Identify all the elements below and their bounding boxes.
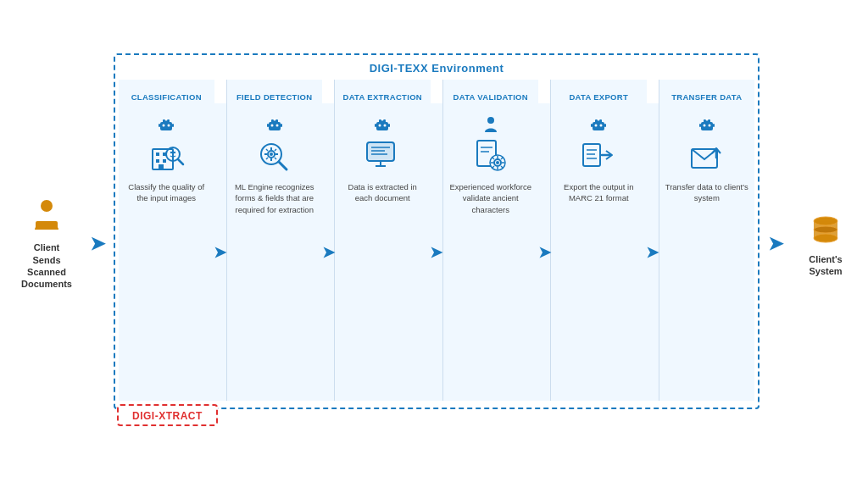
- col-desc-data-validation: Experienced workforce validate ancient c…: [447, 181, 536, 215]
- svg-rect-43: [375, 124, 376, 127]
- svg-rect-38: [376, 122, 388, 130]
- svg-rect-73: [604, 124, 606, 127]
- svg-point-70: [595, 125, 598, 127]
- svg-line-37: [279, 162, 287, 169]
- col-desc-field-detection: ML Engine recognizes forms & fields that…: [231, 181, 320, 215]
- field-detection-icon: [256, 137, 293, 175]
- col-classification: CLASSIFICATION: [119, 80, 214, 401]
- client-person-icon: [28, 197, 65, 235]
- svg-rect-13: [163, 159, 166, 163]
- svg-point-28: [270, 152, 273, 156]
- svg-point-22: [270, 125, 273, 127]
- client-to-env-arrow: ➤: [85, 233, 110, 255]
- clients-system-box: Client's System: [792, 204, 860, 285]
- svg-rect-8: [172, 124, 174, 127]
- col-desc-classification: Classify the quality of the input images: [122, 181, 211, 204]
- database-icon: [807, 211, 844, 248]
- robot-icon-field-detection: [265, 115, 284, 134]
- svg-point-16: [170, 152, 172, 153]
- col-transfer-data: TRANSFER DATA: [659, 80, 755, 401]
- svg-point-23: [275, 125, 278, 127]
- svg-point-83: [708, 125, 710, 127]
- svg-point-5: [163, 125, 165, 127]
- col-data-extraction: DATA EXTRACTION: [334, 80, 431, 401]
- arrow-1: ➤: [214, 103, 226, 401]
- classification-icon: [147, 137, 185, 175]
- col-desc-data-extraction: Data is extracted in each document: [338, 181, 427, 204]
- col-desc-transfer-data: Transfer data to client's system: [663, 181, 752, 204]
- svg-point-69: [598, 119, 600, 121]
- client-box: Client Sends Scanned Documents: [8, 191, 85, 297]
- svg-point-42: [384, 125, 387, 127]
- digi-xtract-label: DIGI-XTRACT: [132, 410, 203, 422]
- col-field-detection: FIELD DETECTION: [226, 80, 323, 401]
- svg-rect-84: [699, 124, 701, 127]
- robot-icon-data-extraction: [373, 115, 392, 134]
- col-desc-data-export: Export the output in MARC 21 format: [554, 181, 643, 204]
- arrow-3: ➤: [431, 103, 442, 401]
- svg-point-4: [165, 119, 168, 121]
- svg-point-0: [41, 200, 53, 212]
- robot-icon-data-export: [589, 115, 608, 134]
- svg-line-33: [266, 149, 268, 151]
- diagram-container: Client Sends Scanned Documents ➤ DIGI-TE…: [0, 0, 868, 488]
- arrow-4: ➤: [538, 103, 550, 401]
- svg-point-52: [487, 117, 494, 124]
- col-header-data-validation: DATA VALIDATION: [453, 85, 528, 108]
- svg-rect-74: [583, 144, 600, 166]
- flow-wrapper: Client Sends Scanned Documents ➤ DIGI-TE…: [8, 17, 860, 471]
- svg-point-17: [174, 152, 175, 153]
- col-data-validation: DATA VALIDATION: [442, 80, 539, 401]
- svg-rect-67: [593, 122, 604, 130]
- col-header-data-export: DATA EXPORT: [569, 85, 628, 108]
- data-extraction-icon: [364, 137, 401, 175]
- clients-system-label: Client's System: [798, 253, 853, 278]
- svg-rect-24: [267, 124, 269, 127]
- svg-rect-44: [388, 124, 390, 127]
- digi-texx-env: DIGI-TEXX Environment CLASSIFICATION: [114, 53, 760, 409]
- svg-rect-7: [159, 124, 160, 127]
- col-header-classification: CLASSIFICATION: [131, 85, 202, 108]
- robot-icon-transfer-data: [698, 115, 716, 134]
- svg-line-35: [266, 158, 268, 159]
- col-data-export: DATA EXPORT: [550, 80, 647, 401]
- svg-point-82: [703, 125, 705, 127]
- svg-rect-25: [281, 124, 282, 127]
- env-to-system-arrow: ➤: [763, 233, 788, 255]
- svg-rect-10: [156, 152, 159, 156]
- svg-rect-85: [713, 124, 715, 127]
- transfer-data-icon: [688, 137, 726, 175]
- robot-icon-classification: [157, 115, 175, 134]
- svg-line-18: [178, 159, 183, 164]
- arrow-2: ➤: [322, 103, 334, 401]
- person-icon-data-validation: [481, 115, 500, 134]
- svg-point-41: [379, 125, 381, 127]
- columns-row: CLASSIFICATION: [119, 80, 754, 401]
- svg-rect-46: [367, 142, 394, 161]
- digi-xtract-area: DIGI-XTRACT: [117, 404, 218, 426]
- svg-point-81: [705, 119, 708, 121]
- svg-rect-19: [269, 122, 281, 130]
- svg-rect-2: [160, 122, 172, 130]
- svg-point-40: [381, 119, 384, 121]
- svg-point-58: [496, 161, 499, 164]
- col-header-transfer-data: TRANSFER DATA: [671, 85, 742, 108]
- data-validation-icon: [472, 137, 509, 175]
- client-label: Client Sends Scanned Documents: [15, 241, 78, 290]
- digi-xtract-box: DIGI-XTRACT: [117, 404, 218, 426]
- col-header-field-detection: FIELD DETECTION: [236, 85, 312, 108]
- digi-texx-title: DIGI-TEXX Environment: [119, 58, 754, 80]
- svg-rect-79: [701, 122, 713, 130]
- svg-line-34: [275, 158, 276, 159]
- svg-rect-1: [36, 221, 58, 230]
- svg-rect-72: [591, 124, 593, 127]
- svg-point-6: [168, 125, 170, 127]
- data-export-icon: [580, 137, 617, 175]
- svg-rect-12: [156, 159, 159, 163]
- arrow-5: ➤: [647, 103, 659, 401]
- col-header-data-extraction: DATA EXTRACTION: [342, 85, 422, 108]
- svg-point-21: [273, 119, 275, 121]
- svg-point-71: [600, 125, 603, 127]
- svg-rect-14: [159, 164, 164, 169]
- svg-line-36: [275, 149, 276, 151]
